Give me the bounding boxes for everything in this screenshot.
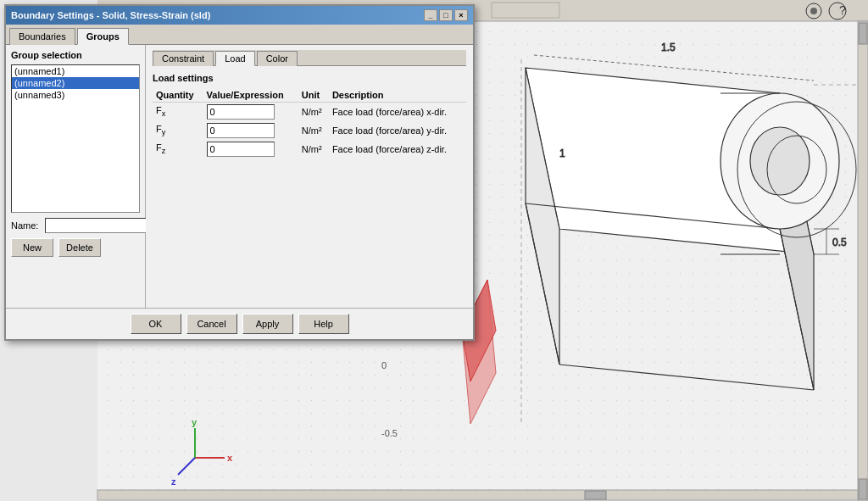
- desc-fy: Face load (force/area) y-dir.: [329, 121, 466, 140]
- input-fy[interactable]: [207, 123, 275, 138]
- boundary-settings-dialog: Boundary Settings - Solid, Stress-Strain…: [4, 4, 475, 341]
- value-cell-fx: [203, 103, 298, 122]
- svg-rect-53: [492, 3, 559, 18]
- maximize-button[interactable]: □: [439, 9, 453, 21]
- quantity-fy: Fy: [153, 121, 203, 140]
- svg-point-27: [750, 127, 810, 195]
- input-fz[interactable]: [207, 142, 275, 157]
- value-cell-fz: [203, 140, 298, 159]
- minimize-button[interactable]: _: [424, 9, 437, 21]
- col-quantity: Quantity: [153, 88, 203, 103]
- svg-rect-61: [97, 490, 858, 500]
- sub-z: z: [162, 148, 166, 156]
- close-button[interactable]: ×: [454, 9, 468, 21]
- inner-tab-constraint[interactable]: Constraint: [153, 51, 214, 66]
- group-item-unnamed3[interactable]: (unnamed3): [12, 89, 139, 101]
- quantity-fz: Fz: [153, 140, 203, 159]
- desc-fz: Face load (force/area) z-dir.: [329, 140, 466, 159]
- sub-x: x: [162, 110, 166, 119]
- unit-fx: N/m²: [298, 103, 329, 122]
- svg-text:-0.5: -0.5: [381, 428, 398, 438]
- col-value: Value/Expression: [203, 88, 298, 103]
- svg-text:x: x: [227, 453, 233, 463]
- value-cell-fy: [203, 121, 298, 140]
- svg-text:1: 1: [559, 148, 565, 159]
- unit-fy: N/m²: [298, 121, 329, 140]
- dialog-titlebar: Boundary Settings - Solid, Stress-Strain…: [6, 6, 473, 25]
- apply-button[interactable]: Apply: [242, 314, 293, 334]
- inner-tab-color[interactable]: Color: [257, 51, 298, 66]
- main-tab-bar: Boundaries Groups: [6, 25, 473, 45]
- new-button[interactable]: New: [11, 238, 53, 257]
- desc-fx: Face load (force/area) x-dir.: [329, 103, 466, 122]
- help-button[interactable]: Help: [298, 314, 349, 334]
- svg-text:0: 0: [381, 360, 387, 370]
- svg-rect-58: [858, 21, 868, 501]
- inner-tab-load[interactable]: Load: [215, 51, 254, 66]
- group-item-unnamed2[interactable]: (unnamed2): [12, 77, 139, 89]
- tab-groups[interactable]: Groups: [77, 28, 129, 45]
- load-settings-title: Load settings: [153, 73, 466, 83]
- cancel-button[interactable]: Cancel: [186, 314, 237, 334]
- svg-text:0.5: 0.5: [832, 237, 847, 248]
- dialog-content: Group selection (unnamed1) (unnamed2) (u…: [6, 45, 473, 308]
- load-row-fz: Fz N/m² Face load (force/area) z-dir.: [153, 140, 466, 159]
- groups-panel: Group selection (unnamed1) (unnamed2) (u…: [6, 45, 146, 308]
- col-description: Description: [329, 88, 466, 103]
- load-table: Quantity Value/Expression Unit Descripti…: [153, 88, 466, 159]
- unit-fz: N/m²: [298, 140, 329, 159]
- svg-rect-60: [859, 479, 867, 499]
- groups-panel-title: Group selection: [11, 50, 140, 60]
- load-row-fx: Fx N/m² Face load (force/area) x-dir.: [153, 103, 466, 122]
- inner-tab-bar: Constraint Load Color: [153, 50, 466, 66]
- input-fx[interactable]: [207, 104, 275, 120]
- svg-text:y: y: [192, 417, 198, 427]
- dialog-footer: OK Cancel Apply Help: [6, 308, 473, 339]
- load-row-fy: Fy N/m² Face load (force/area) y-dir.: [153, 121, 466, 140]
- delete-button[interactable]: Delete: [58, 238, 101, 257]
- load-panel: Constraint Load Color Load settings Quan…: [146, 45, 473, 308]
- svg-point-57: [810, 8, 817, 14]
- svg-text:z: z: [171, 476, 176, 487]
- titlebar-controls: _ □ ×: [424, 9, 468, 21]
- svg-rect-59: [859, 23, 867, 44]
- svg-text:1.5: 1.5: [661, 42, 676, 53]
- ok-button[interactable]: OK: [131, 314, 181, 334]
- quantity-fx: Fx: [153, 103, 203, 122]
- col-unit: Unit: [298, 88, 329, 103]
- dialog-title: Boundary Settings - Solid, Stress-Strain…: [11, 10, 210, 20]
- group-btn-row: New Delete: [11, 238, 140, 257]
- name-row: Name:: [11, 218, 140, 233]
- group-list[interactable]: (unnamed1) (unnamed2) (unnamed3): [11, 64, 140, 213]
- tab-boundaries[interactable]: Boundaries: [9, 28, 75, 45]
- svg-rect-62: [585, 491, 606, 499]
- sub-y: y: [162, 129, 166, 137]
- group-item-unnamed1[interactable]: (unnamed1): [12, 65, 139, 77]
- name-label: Name:: [11, 220, 42, 231]
